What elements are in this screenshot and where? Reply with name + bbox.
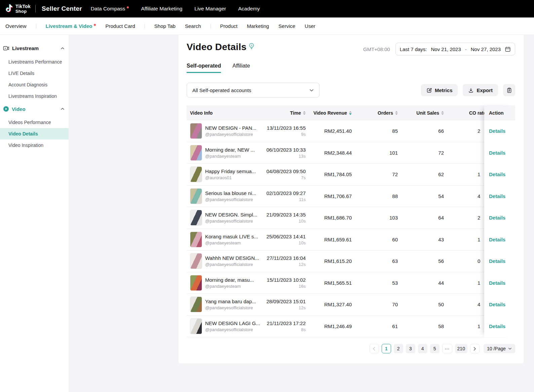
chevron-up-icon[interactable] bbox=[61, 108, 65, 110]
table-row: Happy Friday semua... @auroraos01 04/08/… bbox=[187, 164, 515, 186]
details-link[interactable]: Details bbox=[489, 215, 505, 221]
subnav-item-product-card[interactable]: Product Card bbox=[105, 23, 135, 29]
sort-orders[interactable] bbox=[395, 111, 398, 115]
subnav-item-shop-tab[interactable]: Shop Tab bbox=[154, 23, 176, 29]
metrics-button[interactable]: Metrics bbox=[421, 84, 458, 96]
accounts-select[interactable]: All Self-operated accounts bbox=[187, 83, 319, 97]
video-datetime: 13/11/2023 16:55 bbox=[254, 125, 306, 131]
next-page-button[interactable] bbox=[470, 344, 480, 353]
sort-video-revenue[interactable] bbox=[349, 111, 352, 115]
unit-sales-cell: 58 bbox=[398, 323, 444, 329]
sidebar-item-livestreams-performance[interactable]: Livestreams Performance bbox=[0, 56, 69, 68]
video-info-cell[interactable]: Korang masuk LIVE s... @pandaeyesteam bbox=[187, 232, 254, 247]
page-button-4[interactable]: 4 bbox=[418, 344, 427, 353]
sidebar: Livestream Livestreams Performance LIVE … bbox=[0, 35, 69, 392]
report-clipboard-button[interactable] bbox=[503, 84, 515, 96]
prev-page-button[interactable] bbox=[370, 344, 379, 353]
table-row: Wahhh NEW DESIGN... @pandaeyesofficialst… bbox=[187, 250, 515, 272]
secondary-navigation: Overview Livestream & Video Product Card… bbox=[0, 17, 534, 35]
topnav-item-live-manager[interactable]: Live Manager bbox=[194, 6, 226, 12]
time-cell: 21/09/2023 14:35 10s bbox=[254, 212, 306, 224]
subnav-item-marketing[interactable]: Marketing bbox=[247, 23, 269, 29]
video-info-cell[interactable]: NEW DESIGN - PAN... @pandaeyesofficialst… bbox=[187, 123, 254, 139]
edit-metrics-icon bbox=[426, 87, 432, 93]
page-button-3[interactable]: 3 bbox=[406, 344, 415, 353]
topnav-item-affiliate-marketing[interactable]: Affiliate Marketing bbox=[141, 6, 182, 12]
video-info-cell[interactable]: Morning dear, masu... @pandaeyesteam bbox=[187, 275, 254, 291]
topnav-item-academy[interactable]: Academy bbox=[238, 6, 260, 12]
subnav-item-livestream-video[interactable]: Livestream & Video bbox=[46, 23, 96, 29]
video-revenue-cell: RM2,348.44 bbox=[306, 150, 352, 156]
unit-sales-cell: 64 bbox=[398, 215, 444, 221]
video-thumbnail bbox=[190, 123, 202, 139]
sidebar-item-videos-performance[interactable]: Videos Performance bbox=[0, 117, 69, 128]
sort-time[interactable] bbox=[303, 111, 306, 115]
subnav-item-product[interactable]: Product bbox=[220, 23, 238, 29]
sidebar-item-live-details[interactable]: LIVE Details bbox=[0, 68, 69, 79]
page-button-5[interactable]: 5 bbox=[430, 344, 440, 353]
sidebar-item-video-inspiration[interactable]: Video Inspiration bbox=[0, 140, 69, 151]
sidebar-item-livestreams-inspiration[interactable]: Livestreams Inspiration bbox=[0, 90, 69, 102]
export-button[interactable]: Export bbox=[463, 84, 498, 96]
pagination: 1 2 3 4 5 ··· 210 10 /Page bbox=[187, 344, 515, 353]
video-info-cell[interactable]: NEW DESIGN LAGI G... @pandaeyesofficials… bbox=[187, 318, 254, 334]
video-info-cell[interactable]: Happy Friday semua... @auroraos01 bbox=[187, 166, 254, 182]
details-link[interactable]: Details bbox=[489, 280, 505, 286]
sidebar-item-account-diagnosis[interactable]: Account Diagnosis bbox=[0, 79, 69, 90]
video-info-cell[interactable]: Wahhh NEW DESIGN... @pandaeyesofficialst… bbox=[187, 253, 254, 269]
sidebar-section-livestream[interactable]: Livestream bbox=[0, 43, 69, 53]
details-link[interactable]: Details bbox=[489, 128, 505, 134]
video-title: NEW DESIGN LAGI G... bbox=[205, 320, 260, 326]
page-button-1[interactable]: 1 bbox=[382, 344, 391, 353]
unit-sales-cell: 72 bbox=[398, 150, 444, 156]
video-info-cell[interactable]: Morning dear, NEW ... @pandaeyesteam bbox=[187, 145, 254, 161]
page-size-select[interactable]: 10 /Page bbox=[484, 344, 515, 353]
video-duration: 12s bbox=[254, 305, 306, 310]
video-info-cell[interactable]: Yang mana baru dap... @pandaeyesofficial… bbox=[187, 297, 254, 312]
page-button-last[interactable]: 210 bbox=[455, 344, 467, 353]
subnav-item-service[interactable]: Service bbox=[278, 23, 295, 29]
account-type-tabs: Self-operated Affiliate bbox=[187, 63, 515, 73]
seller-center-title[interactable]: Seller Center bbox=[42, 5, 82, 12]
date-range-picker[interactable]: Last 7 days: Nov 21, 2023 - Nov 27, 2023 bbox=[395, 43, 515, 55]
video-revenue-cell: RM1,246.49 bbox=[306, 323, 352, 329]
livestream-camera-icon bbox=[3, 45, 9, 51]
action-cell: Details bbox=[484, 272, 515, 294]
sidebar-section-video[interactable]: Video bbox=[0, 104, 69, 114]
subnav-item-user[interactable]: User bbox=[305, 23, 315, 29]
brand-wordmark[interactable]: TikTok Shop bbox=[15, 4, 31, 13]
subnav-item-overview[interactable]: Overview bbox=[5, 23, 27, 29]
table-body: NEW DESIGN - PAN... @pandaeyesofficialst… bbox=[187, 120, 515, 337]
sort-unit-sales[interactable] bbox=[441, 111, 444, 115]
video-account-handle: @pandaeyesofficialstore bbox=[205, 327, 260, 332]
details-link[interactable]: Details bbox=[489, 302, 505, 307]
action-cell: Details bbox=[484, 294, 515, 316]
table-row: NEW DESIGN LAGI G... @pandaeyesofficials… bbox=[187, 316, 515, 338]
details-link[interactable]: Details bbox=[489, 150, 505, 156]
video-info-cell[interactable]: Serious laa blouse ni... @pandaeyesoffic… bbox=[187, 188, 254, 204]
table-row: Morning dear, NEW ... @pandaeyesteam 06/… bbox=[187, 142, 515, 164]
unit-sales-cell: 66 bbox=[398, 128, 444, 134]
sidebar-item-video-details[interactable]: Video Details bbox=[0, 128, 69, 140]
page-ellipsis-button[interactable]: ··· bbox=[442, 344, 452, 353]
action-column: Action Details Details Details Details D… bbox=[484, 105, 515, 337]
tab-self-operated[interactable]: Self-operated bbox=[187, 63, 221, 73]
orders-cell: 70 bbox=[352, 302, 398, 307]
topnav-item-data-compass[interactable]: Data Compass bbox=[91, 6, 129, 12]
subnav-item-search[interactable]: Search bbox=[185, 23, 201, 29]
video-info-cell[interactable]: NEW DESIGN. Simpl... @pandaeyesofficials… bbox=[187, 210, 254, 226]
details-link[interactable]: Details bbox=[489, 237, 505, 242]
chevron-up-icon[interactable] bbox=[61, 47, 65, 50]
details-link[interactable]: Details bbox=[489, 323, 505, 329]
page-button-2[interactable]: 2 bbox=[394, 344, 403, 353]
video-revenue-cell: RM1,659.61 bbox=[306, 237, 352, 242]
orders-cell: 103 bbox=[352, 215, 398, 221]
help-lightbulb-icon[interactable]: ? bbox=[248, 43, 255, 50]
details-link[interactable]: Details bbox=[489, 193, 505, 199]
details-link[interactable]: Details bbox=[489, 258, 505, 264]
tab-affiliate[interactable]: Affiliate bbox=[232, 63, 250, 73]
video-title: Korang masuk LIVE s... bbox=[205, 234, 258, 239]
video-datetime: 21/11/2023 17:22 bbox=[254, 320, 306, 326]
tiktok-logo-icon[interactable] bbox=[3, 3, 13, 14]
details-link[interactable]: Details bbox=[489, 171, 505, 177]
